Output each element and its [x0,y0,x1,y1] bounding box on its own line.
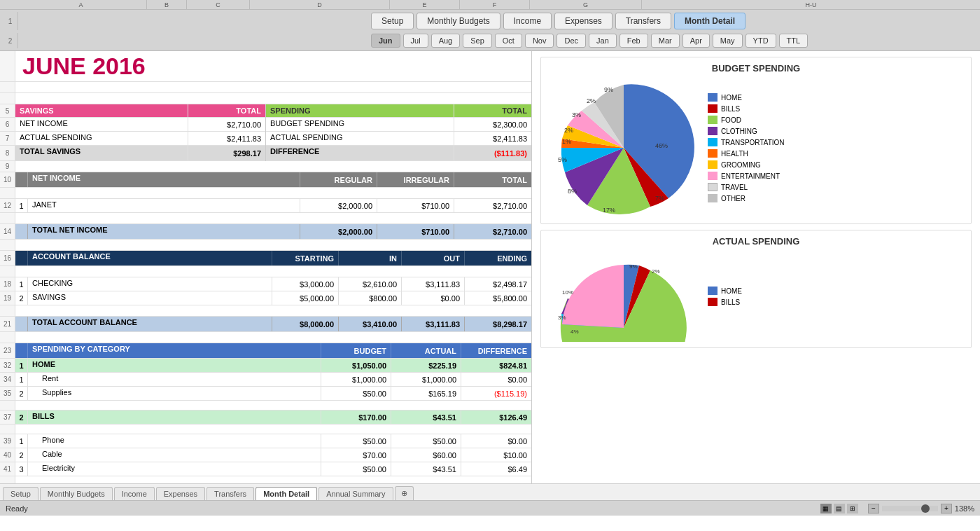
ni-row1-irregular: $710.00 [377,199,454,212]
budget-chart-title: BUDGET SPENDING [547,63,965,74]
svg-text:8%: 8% [568,188,577,195]
tab-annual-summary[interactable]: Annual Summary [318,487,393,500]
sc-home-label: HOME [28,359,321,372]
svg-text:46%: 46% [655,142,668,149]
actual-legend-home: HOME [721,287,742,295]
col-header-B: B [147,0,187,9]
row-num-17 [0,266,15,277]
ab-row1-in: $2,610.00 [339,277,402,291]
tab-expenses[interactable]: Expenses [156,487,205,500]
view-layout[interactable]: ▤ [834,504,845,513]
sc-header-actual: ACTUAL [391,343,461,358]
sc-supplies-budget: $50.00 [321,387,391,400]
sc-cable-budget: $70.00 [321,448,391,462]
nav-income[interactable]: Income [503,13,552,29]
col-header-E: E [390,0,460,9]
legend-home: HOME [721,94,742,102]
zoom-slider[interactable] [882,506,938,511]
sc-elec-budget: $50.00 [321,462,391,476]
actual-spending-right-value: $2,411.83 [454,132,531,145]
ab-header-label: ACCOUNT BALANCE [28,251,272,266]
row-num-38 [0,425,15,434]
nav-monthly-budgets[interactable]: Monthly Budgets [416,13,500,29]
zoom-in[interactable]: + [941,504,952,513]
month-mar[interactable]: Mar [651,34,680,48]
month-dec[interactable]: Dec [556,34,586,48]
savings-header-total: TOTAL [188,104,265,117]
month-oct[interactable]: Oct [495,34,522,48]
ab-total-num-cell [15,317,28,331]
nav-setup[interactable]: Setup [371,13,414,29]
tab-monthly-budgets[interactable]: Monthly Budgets [40,487,113,500]
month-may[interactable]: May [713,34,743,48]
month-ytd[interactable]: YTD [746,34,776,48]
difference-label: DIFFERENCE [266,146,454,160]
view-normal[interactable]: ▦ [820,504,832,513]
savings-header-label: SAVINGS [15,104,188,117]
tab-month-detail[interactable]: Month Detail [255,487,317,500]
actual-spending-chart-container: ACTUAL SPENDING [540,230,972,348]
nav-transfers[interactable]: Transfers [615,13,671,29]
ab-row2-label: SAVINGS [28,291,272,305]
ab-row1-num: 1 [15,277,28,291]
ab-num-col [15,251,28,266]
svg-text:5%: 5% [558,156,567,163]
row-num-18: 18 [0,277,15,291]
sc-rent-diff: $0.00 [461,373,531,386]
row-num-5: 5 [0,104,15,117]
row-num-42 [0,476,15,483]
svg-text:17%: 17% [603,207,615,214]
col-header-A: A [15,0,147,9]
row-header-2: 2 [3,33,18,48]
sc-home-diff: $824.81 [461,359,531,372]
actual-legend: HOME BILLS [708,287,742,306]
tab-add[interactable]: ⊕ [395,486,414,500]
month-sep[interactable]: Sep [463,34,492,48]
actual-pie-svg: 9% 2% 10% 3% 4% [547,251,701,342]
zoom-level: 138% [955,504,974,513]
row-num-21: 21 [0,317,15,331]
ni-total-regular: $2,000.00 [300,224,377,239]
col-header-F: F [460,0,530,9]
tab-income[interactable]: Income [114,487,155,500]
ab-row2-out: $0.00 [402,291,465,305]
total-savings-label: TOTAL SAVINGS [15,146,188,160]
sc-elec-label: Electricity [28,462,321,476]
month-feb[interactable]: Feb [620,34,648,48]
month-jul[interactable]: Jul [403,34,428,48]
month-aug[interactable]: Aug [431,34,461,48]
row-num-6: 6 [0,118,15,131]
row-num-10: 10 [0,172,15,187]
zoom-out[interactable]: − [868,504,879,513]
actual-chart-title: ACTUAL SPENDING [547,236,965,247]
sc-supplies-diff: ($115.19) [461,387,531,400]
tab-transfers[interactable]: Transfers [206,487,254,500]
budget-spending-label: BUDGET SPENDING [266,118,454,131]
svg-text:3%: 3% [558,315,566,321]
row-num-41: 41 [0,462,15,476]
month-ttl[interactable]: TTL [779,34,808,48]
row-num-12: 12 [0,199,15,212]
month-nov[interactable]: Nov [525,34,554,48]
zoom-handle[interactable] [921,504,930,513]
sc-home-budget: $1,050.00 [321,359,391,372]
view-page[interactable]: ⊞ [847,504,858,513]
budget-pie-svg: 46% 7% 17% 8% 5% 1% 2% 3% 2% 9% [547,78,701,218]
ni-header-total: TOTAL [454,172,531,187]
month-apr[interactable]: Apr [682,34,710,48]
row-num-8: 8 [0,146,15,160]
month-jan[interactable]: Jan [589,34,617,48]
tab-setup[interactable]: Setup [3,487,38,500]
ab-total-label: TOTAL ACCOUNT BALANCE [28,317,272,331]
svg-text:2%: 2% [564,127,573,134]
sc-phone-diff: $0.00 [461,434,531,448]
nav-expenses[interactable]: Expenses [554,13,612,29]
sc-supplies-num: 2 [15,387,28,400]
row-num-14: 14 [0,224,15,239]
month-jun[interactable]: Jun [371,34,400,48]
nav-month-detail[interactable]: Month Detail [674,13,746,29]
ni-row1-num: 1 [15,199,28,212]
sc-cable-diff: $10.00 [461,448,531,462]
sc-phone-budget: $50.00 [321,434,391,448]
ab-row1-ending: $2,498.17 [465,277,531,291]
